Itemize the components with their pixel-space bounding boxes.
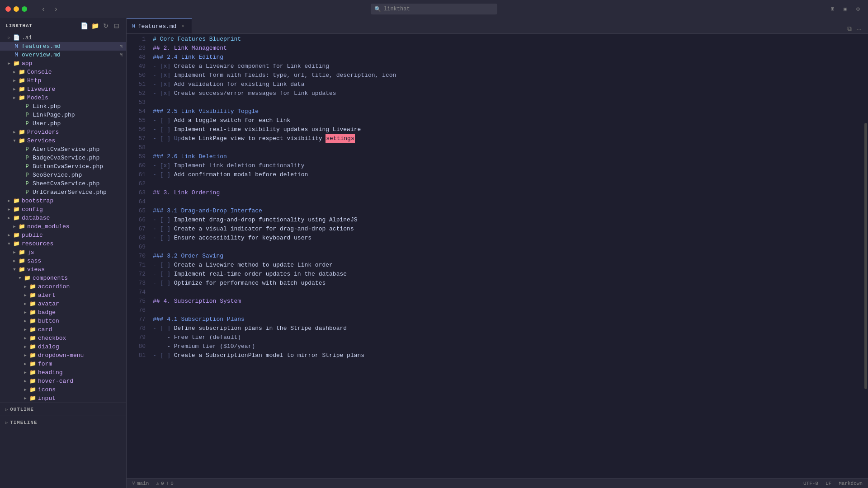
- search-text: linkthat: [384, 6, 410, 12]
- tab-close-button[interactable]: ×: [179, 23, 186, 30]
- tree-item-checkbox[interactable]: ▶📁checkbox: [0, 334, 126, 343]
- tree-item-console[interactable]: ▶📁Console: [0, 68, 126, 76]
- tree-item-bootstrap[interactable]: ▶📁bootstrap: [0, 197, 126, 205]
- code-line-23: ## 2. Link Management: [149, 44, 868, 53]
- folder-icon: 📁: [29, 283, 36, 290]
- forward-button[interactable]: ›: [51, 4, 61, 14]
- code-line-72: - [ ] Implement real-time order updates …: [149, 270, 868, 279]
- tree-item-services[interactable]: ▼📁Services: [0, 136, 126, 145]
- tree-item-app[interactable]: ▶📁app: [0, 59, 126, 68]
- timeline-label: TIMELINE: [10, 420, 37, 425]
- outline-header[interactable]: ▷ OUTLINE: [0, 405, 126, 414]
- branch-name: main: [137, 481, 149, 486]
- back-button[interactable]: ‹: [38, 4, 49, 14]
- new-folder-button[interactable]: 📁: [91, 22, 99, 30]
- tree-item-accordion[interactable]: ▶📁accordion: [0, 282, 126, 291]
- editor-area: M features.md × ⧉ ··· 123484950515253545…: [127, 18, 868, 488]
- tree-item-dialog[interactable]: ▶📁dialog: [0, 343, 126, 351]
- tree-item-sass[interactable]: ▶📁sass: [0, 257, 126, 265]
- tree-item-form[interactable]: ▶📁form: [0, 360, 126, 368]
- tree-item-link-php[interactable]: PLink.php: [0, 102, 126, 111]
- tree-item-urlcrawler[interactable]: PUrlCrawlerService.php: [0, 188, 126, 197]
- tree-item-alertcva[interactable]: PAlertCvaService.php: [0, 145, 126, 154]
- tree-item-public[interactable]: ▶📁public: [0, 231, 126, 239]
- code-content[interactable]: # Core Features Blueprint## 2. Link Mana…: [149, 34, 868, 478]
- errors-status[interactable]: ⚠ 0 ! 0: [156, 480, 173, 486]
- line-ending-status[interactable]: LF: [826, 481, 831, 486]
- tree-item-icons[interactable]: ▶📁icons: [0, 385, 126, 394]
- scrollbar-thumb[interactable]: [864, 123, 867, 389]
- folder-icon: 📁: [29, 378, 36, 385]
- code-line-76: [149, 306, 868, 315]
- line-number-48: 48: [127, 53, 146, 62]
- tree-item-js[interactable]: ▶📁js: [0, 248, 126, 257]
- tree-label: node_modules: [25, 223, 70, 230]
- tree-item-hover-card[interactable]: ▶📁hover-card: [0, 377, 126, 385]
- tree-arrow: ▼: [11, 139, 18, 143]
- tree-item-http[interactable]: ▶📁Http: [0, 76, 126, 85]
- tree-label: config: [20, 206, 43, 213]
- tree-item-views[interactable]: ▼📁views: [0, 265, 126, 274]
- code-editor[interactable]: 1234849505152535455565758596061626364656…: [127, 34, 868, 478]
- line-number-77: 77: [127, 315, 146, 324]
- tree-item-card[interactable]: ▶📁card: [0, 325, 126, 334]
- timeline-header[interactable]: ▷ TIMELINE: [0, 418, 126, 427]
- tree-item-heading[interactable]: ▶📁heading: [0, 368, 126, 377]
- tree-arrow: ▶: [11, 224, 18, 229]
- folder-icon: 📁: [29, 352, 36, 359]
- close-button[interactable]: [5, 6, 11, 12]
- tree-item-sheetcva[interactable]: PSheetCvaService.php: [0, 179, 126, 188]
- tree-item-ai[interactable]: ▷📄.ai: [0, 33, 126, 42]
- tree-item-linkpage-php[interactable]: PLinkPage.php: [0, 111, 126, 119]
- tree-arrow: ▷: [5, 35, 13, 40]
- tree-item-button[interactable]: ▶📁button: [0, 317, 126, 325]
- tree-label: dropdown-menu: [36, 352, 84, 359]
- titlebar-right: ⊞ ▣ ⚙: [828, 5, 863, 14]
- tree-item-features-md[interactable]: Mfeatures.mdM: [0, 42, 126, 51]
- more-actions-button[interactable]: ···: [855, 24, 863, 33]
- encoding-status[interactable]: UTF-8: [803, 481, 818, 486]
- tree-label: SheetCvaService.php: [31, 180, 99, 187]
- tree-item-user-php[interactable]: PUser.php: [0, 119, 126, 128]
- tree-item-node_modules[interactable]: ▶📁node_modules: [0, 222, 126, 231]
- new-file-button[interactable]: 📄: [80, 22, 88, 30]
- tree-item-models[interactable]: ▶📁Models: [0, 94, 126, 102]
- tree-item-avatar[interactable]: ▶📁avatar: [0, 300, 126, 308]
- tree-item-components[interactable]: ▼📁components: [0, 274, 126, 282]
- tree-item-dropdown-menu[interactable]: ▶📁dropdown-menu: [0, 351, 126, 360]
- tree-item-livewire[interactable]: ▶📁Livewire: [0, 85, 126, 94]
- tree-item-badge[interactable]: ▶📁badge: [0, 308, 126, 317]
- code-line-51: - [x] Add validation for existing Link d…: [149, 80, 868, 89]
- tree-label: Providers: [25, 129, 59, 136]
- sidebar-header: LINKTHAT 📄 📁 ↻ ⊟: [0, 18, 126, 33]
- folder-icon: 📁: [29, 292, 36, 299]
- tree-arrow: ▶: [22, 370, 29, 375]
- tree-item-resources[interactable]: ▼📁resources: [0, 239, 126, 248]
- split-view-button[interactable]: ⧉: [846, 24, 853, 33]
- tree-item-seoservice[interactable]: PSeoService.php: [0, 171, 126, 179]
- layout-icon[interactable]: ▣: [841, 5, 850, 14]
- scrollbar-track[interactable]: [863, 34, 868, 478]
- minimize-button[interactable]: [14, 6, 19, 12]
- collapse-all-button[interactable]: ⊟: [113, 22, 121, 30]
- split-editor-icon[interactable]: ⊞: [828, 5, 837, 14]
- language-status[interactable]: Markdown: [839, 481, 863, 486]
- tree-item-database[interactable]: ▶📁database: [0, 214, 126, 222]
- refresh-button[interactable]: ↻: [102, 22, 110, 30]
- tree-label: alert: [36, 292, 56, 299]
- sidebar: LINKTHAT 📄 📁 ↻ ⊟ ▷📄.aiMfeatures.mdMMover…: [0, 18, 127, 488]
- cursor-word: settings: [326, 134, 354, 143]
- tree-item-buttoncva[interactable]: PButtonCvaService.php: [0, 162, 126, 171]
- line-number-62: 62: [127, 179, 146, 188]
- tree-item-config[interactable]: ▶📁config: [0, 205, 126, 214]
- settings-icon[interactable]: ⚙: [854, 5, 863, 14]
- tree-item-overview-md[interactable]: Moverview.mdM: [0, 51, 126, 59]
- maximize-button[interactable]: [22, 6, 27, 12]
- tree-item-input[interactable]: ▶📁input: [0, 394, 126, 403]
- git-branch[interactable]: ⑂ main: [132, 481, 149, 486]
- tree-item-providers[interactable]: ▶📁Providers: [0, 128, 126, 136]
- search-bar[interactable]: 🔍 linkthat: [371, 4, 497, 14]
- tree-item-alert[interactable]: ▶📁alert: [0, 291, 126, 300]
- tab-features-md[interactable]: M features.md ×: [127, 19, 192, 33]
- tree-item-badgecva[interactable]: PBadgeCvaService.php: [0, 154, 126, 162]
